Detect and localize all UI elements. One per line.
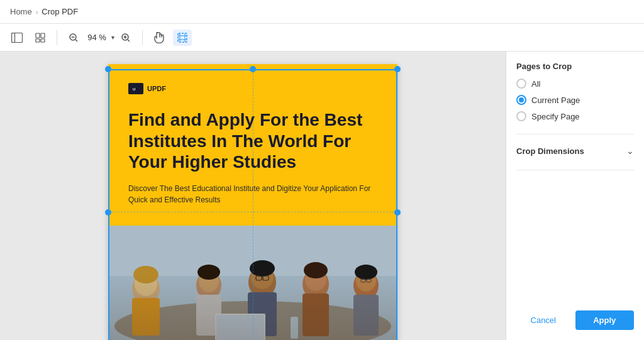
svg-rect-0 [12,33,23,42]
panel-title: Pages to Crop [516,62,634,71]
zoom-out-button[interactable] [65,30,82,45]
svg-rect-49 [215,314,265,340]
zoom-chevron-icon: ▾ [111,34,114,41]
svg-text:U: U [133,87,135,91]
svg-rect-47 [367,279,371,282]
radio-item-specify[interactable]: Specify Page [516,111,634,121]
chevron-down-icon: ⌄ [626,146,634,156]
radio-label-all: All [531,79,540,89]
hand-tool-button[interactable] [150,30,168,46]
cancel-button[interactable]: Cancel [516,310,570,330]
pdf-logo: U UPDF [128,83,377,94]
zoom-control: 94 % ▾ [65,30,135,45]
breadcrumb-separator: › [36,8,38,16]
pdf-subtitle: Discover The Best Educational Institute … [128,183,377,206]
svg-rect-24 [132,298,160,336]
svg-rect-52 [108,226,397,340]
svg-rect-28 [196,295,221,336]
main-area: U UPDF Find and Apply For the Best Insti… [0,52,644,340]
svg-rect-32 [248,292,277,336]
pdf-yellow-section: U UPDF Find and Apply For the Best Insti… [108,64,397,226]
radio-circle-all [516,79,526,89]
toolbar: 94 % ▾ [0,24,644,52]
svg-rect-5 [41,39,45,42]
logo-text: UPDF [147,85,166,92]
svg-rect-51 [291,317,298,339]
zoom-value[interactable]: 94 % [85,33,109,42]
svg-rect-43 [353,295,379,336]
radio-item-all[interactable]: All [516,79,634,89]
breadcrumb-home[interactable]: Home [10,7,32,16]
svg-rect-35 [256,276,262,280]
svg-rect-46 [361,279,365,282]
svg-rect-4 [36,39,40,42]
logo-box: U [128,83,143,94]
panel-divider [516,134,634,134]
svg-rect-1 [12,33,15,42]
pdf-viewer: U UPDF Find and Apply For the Best Insti… [0,52,506,340]
radio-label-current: Current Page [531,96,580,105]
crop-tool-button[interactable] [173,30,192,46]
svg-rect-36 [263,276,269,280]
right-panel: Pages to Crop All Current Page Specify P… [506,52,644,340]
svg-point-22 [114,301,391,340]
pdf-photo-section [108,226,397,340]
svg-line-8 [75,40,77,41]
radio-item-current[interactable]: Current Page [516,95,634,105]
pdf-page: U UPDF Find and Apply For the Best Insti… [108,64,397,340]
radio-circle-specify [516,111,526,121]
people-image [108,226,397,340]
apply-button[interactable]: Apply [575,310,635,330]
svg-line-12 [128,40,130,41]
svg-rect-39 [303,293,329,336]
toolbar-divider-1 [57,30,57,45]
svg-rect-2 [36,33,40,38]
svg-point-23 [132,273,160,304]
svg-rect-13 [178,33,187,42]
crop-dimensions-label: Crop Dimensions [516,146,584,156]
radio-circle-current [516,95,526,105]
zoom-in-button[interactable] [117,30,135,45]
radio-group: All Current Page Specify Page [516,79,634,121]
svg-rect-50 [216,315,264,340]
page-thumb-button[interactable] [31,30,49,45]
pdf-title: Find and Apply For the Best Institutes I… [128,109,377,173]
radio-label-specify: Specify Page [531,112,580,121]
panel-divider-2 [516,170,634,170]
crop-dimensions-row[interactable]: Crop Dimensions ⌄ [516,145,634,157]
toolbar-divider-2 [142,30,143,45]
svg-rect-3 [41,33,45,38]
breadcrumb: Home › Crop PDF [0,0,644,24]
panel-toggle-button[interactable] [8,30,26,45]
breadcrumb-current: Crop PDF [42,7,78,16]
panel-actions: Cancel Apply [516,310,634,330]
